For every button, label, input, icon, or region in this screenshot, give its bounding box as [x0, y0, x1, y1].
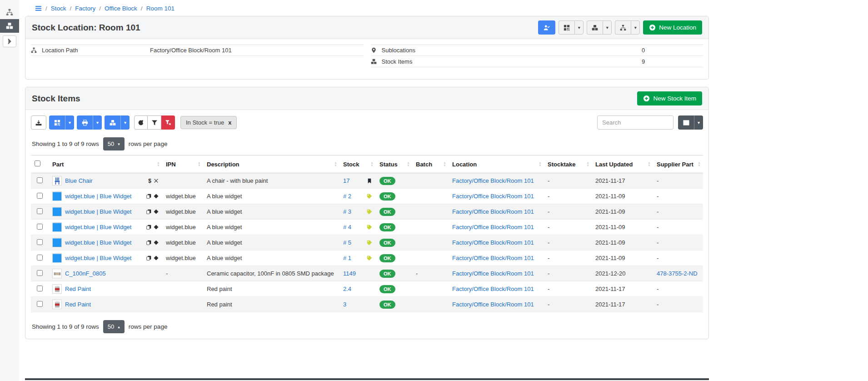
sitemap-icon[interactable] [615, 20, 631, 35]
stock-quantity-link[interactable]: # 1 [343, 255, 351, 261]
row-checkbox[interactable] [37, 224, 43, 230]
table-icon[interactable] [678, 115, 694, 130]
breadcrumb-item[interactable]: Factory [75, 5, 95, 12]
location-link[interactable]: Factory/Office Block/Room 101 [452, 270, 534, 277]
filter-button[interactable] [148, 115, 161, 130]
hamburger-icon [35, 5, 42, 12]
funnel-x-icon [165, 120, 171, 126]
sidebar-item-location-tree[interactable] [0, 5, 19, 19]
column-header-batch[interactable]: Batch▲▼ [412, 155, 449, 173]
column-header-description[interactable]: Description▲▼ [203, 155, 339, 173]
remove-filter-icon[interactable]: x [228, 119, 231, 126]
location-link[interactable]: Factory/Office Block/Room 101 [452, 193, 534, 200]
user-actions-button[interactable] [538, 20, 555, 35]
row-checkbox[interactable] [37, 239, 43, 245]
sidebar-item-stock[interactable] [0, 19, 19, 33]
part-link[interactable]: Blue Chair [65, 177, 93, 184]
stock-toolbar: ▾ ▾ ▾ In St [31, 115, 703, 130]
location-path-table: Location Path Factory/Office Block/Room … [31, 45, 364, 67]
sublocations-label: Sublocations [382, 47, 642, 54]
search-input[interactable] [597, 115, 673, 130]
sidebar-expand-button[interactable] [3, 35, 16, 47]
qr-grid-icon[interactable] [49, 115, 65, 130]
clear-filters-button[interactable] [161, 115, 175, 130]
location-actions-dropdown[interactable]: ▾ [615, 20, 640, 35]
caret-down-icon[interactable]: ▾ [603, 20, 612, 35]
part-link[interactable]: widget.blue | Blue Widget [65, 239, 131, 246]
location-link[interactable]: Factory/Office Block/Room 101 [452, 286, 534, 292]
sort-carets-icon: ▲▼ [334, 161, 337, 167]
stock-quantity-link[interactable]: # 2 [343, 193, 351, 200]
stock-quantity-link[interactable]: # 5 [343, 239, 351, 246]
location-link[interactable]: Factory/Office Block/Room 101 [452, 255, 534, 261]
part-link[interactable]: C_100nF_0805 [65, 270, 106, 277]
caret-down-icon[interactable]: ▾ [631, 20, 640, 35]
caret-down-icon[interactable]: ▾ [574, 20, 584, 35]
page-size-dropdown[interactable]: 50 ▾ [103, 137, 125, 150]
download-button[interactable] [31, 115, 46, 130]
ipn-cell [162, 297, 203, 312]
part-link[interactable]: widget.blue | Blue Widget [65, 208, 131, 215]
menu-icon[interactable] [35, 5, 42, 12]
location-link[interactable]: Factory/Office Block/Room 101 [452, 208, 534, 215]
column-header-ipn[interactable]: IPN▲▼ [162, 155, 203, 173]
breadcrumb-item[interactable]: Room 101 [146, 5, 175, 12]
breadcrumb-item[interactable]: Stock [51, 5, 66, 12]
stock-actions-dropdown[interactable]: ▾ [587, 20, 612, 35]
caret-down-icon[interactable]: ▾ [65, 115, 74, 130]
filter-chip[interactable]: In Stock = true x [180, 116, 237, 129]
row-checkbox[interactable] [37, 286, 43, 291]
column-header-location[interactable]: Location▲▼ [449, 155, 544, 173]
select-all-checkbox[interactable] [35, 160, 40, 166]
page-size-dropdown[interactable]: 50 ▴ [103, 320, 125, 333]
table-view-dropdown[interactable]: ▾ [678, 115, 703, 130]
location-link[interactable]: Factory/Office Block/Room 101 [452, 224, 534, 231]
ipn-cell: widget.blue [162, 251, 203, 266]
part-link[interactable]: widget.blue | Blue Widget [65, 255, 131, 261]
row-checkbox[interactable] [37, 193, 43, 199]
stock-quantity-link[interactable]: 17 [343, 177, 349, 184]
column-header-status[interactable]: Status▲▼ [376, 155, 412, 173]
caret-down-icon[interactable]: ▾ [93, 115, 102, 130]
stock-quantity-link[interactable]: 2.4 [343, 286, 351, 292]
location-link[interactable]: Factory/Office Block/Room 101 [452, 301, 534, 308]
reload-button[interactable] [134, 115, 148, 130]
stock-quantity-link[interactable]: 3 [343, 301, 346, 308]
qr-grid-icon[interactable] [559, 20, 574, 35]
supplier-part-link[interactable]: 478-3755-2-ND [657, 270, 698, 277]
boxes-icon[interactable] [587, 20, 603, 35]
column-header-last-updated[interactable]: Last Updated▲▼ [592, 155, 653, 173]
caret-down-icon[interactable]: ▾ [120, 115, 130, 130]
barcode-actions-dropdown[interactable]: ▾ [559, 20, 584, 35]
location-link[interactable]: Factory/Office Block/Room 101 [452, 239, 534, 246]
stock-options-dropdown[interactable]: ▾ [105, 115, 130, 130]
print-actions-dropdown[interactable]: ▾ [77, 115, 102, 130]
column-header-supplier-part[interactable]: Supplier Part▲▼ [653, 155, 703, 173]
part-link[interactable]: Red Paint [65, 301, 91, 308]
barcode-actions-dropdown[interactable]: ▾ [49, 115, 74, 130]
column-header-stocktake[interactable]: Stocktake▲▼ [544, 155, 592, 173]
boxes-icon[interactable] [105, 115, 120, 130]
stock-quantity-link[interactable]: # 4 [343, 224, 351, 231]
new-stock-item-button[interactable]: New Stock Item [637, 91, 702, 105]
row-checkbox[interactable] [37, 301, 43, 307]
breadcrumb-separator: / [99, 5, 101, 12]
part-link[interactable]: widget.blue | Blue Widget [65, 193, 131, 200]
new-location-button[interactable]: New Location [643, 20, 702, 35]
row-checkbox[interactable] [37, 270, 43, 276]
breadcrumb-item[interactable]: Office Block [105, 5, 137, 12]
stock-quantity-link[interactable]: # 3 [343, 208, 351, 215]
row-checkbox[interactable] [37, 177, 43, 183]
part-link[interactable]: widget.blue | Blue Widget [65, 224, 131, 231]
row-checkbox[interactable] [37, 255, 43, 261]
printer-icon[interactable] [77, 115, 93, 130]
location-panel-header: Stock Location: Room 101 ▾ ▾ ▾ [25, 16, 708, 39]
caret-down-icon[interactable]: ▾ [694, 115, 703, 130]
row-checkbox[interactable] [37, 208, 43, 214]
location-link[interactable]: Factory/Office Block/Room 101 [452, 177, 534, 184]
column-header-stock[interactable]: Stock▲▼ [339, 155, 376, 173]
part-link[interactable]: Red Paint [65, 286, 91, 292]
stock-quantity-link[interactable]: 1149 [343, 270, 356, 277]
column-header-part[interactable]: Part▲▼ [49, 155, 162, 173]
column-label: Stock [343, 161, 359, 168]
